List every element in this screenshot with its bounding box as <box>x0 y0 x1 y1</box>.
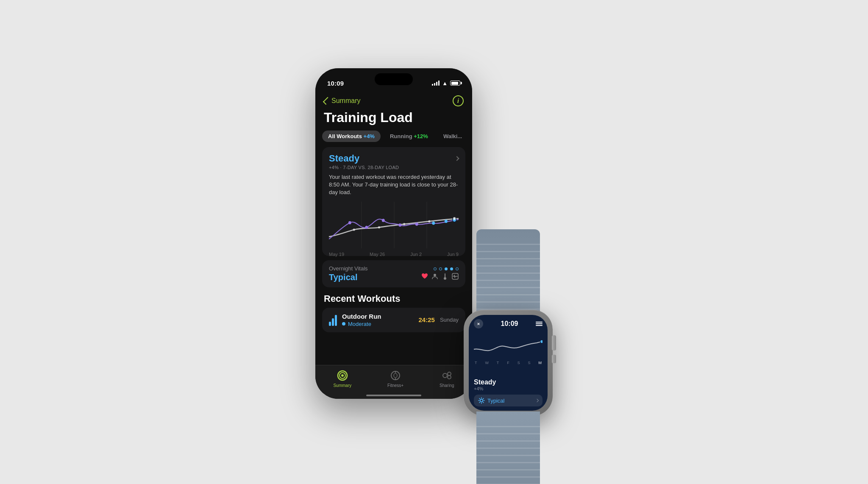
svg-point-9 <box>378 226 380 228</box>
vitals-card[interactable]: Overnight Vitals Typical <box>322 260 465 287</box>
svg-point-26 <box>443 373 447 378</box>
workout-intensity-icon <box>329 314 337 326</box>
fitness-icon <box>389 370 401 381</box>
tab-running[interactable]: Running +12% <box>384 131 434 142</box>
vitals-dot-1 <box>434 267 437 270</box>
tab-bar: Summary Fitness+ <box>315 365 472 399</box>
watch-chart: T W T F S S M <box>474 330 542 376</box>
steady-description: Your last rated workout was recorded yes… <box>329 173 459 197</box>
chart-dates: May 19 May 26 Jun 2 Jun 9 <box>329 250 459 257</box>
vitals-indicators <box>421 267 459 280</box>
vitals-value: Typical <box>329 273 368 282</box>
workout-info: Outdoor Run Moderate <box>342 313 414 327</box>
svg-point-22 <box>341 374 344 377</box>
back-button[interactable]: Summary <box>324 97 360 105</box>
watch-content: × 10:09 <box>469 315 548 411</box>
tab-sharing-label: Sharing <box>440 383 454 388</box>
info-icon: i <box>457 97 459 104</box>
svg-point-2 <box>382 219 385 222</box>
watch-chevron-icon <box>535 399 539 402</box>
watch-close-button[interactable]: × <box>474 319 483 328</box>
watch-band-top <box>476 229 540 314</box>
svg-point-6 <box>445 220 448 223</box>
sharing-icon <box>441 370 453 381</box>
svg-point-12 <box>453 217 456 220</box>
workout-meta: Moderate <box>342 321 414 327</box>
tab-walking[interactable]: Walki... <box>437 131 468 142</box>
svg-point-10 <box>403 223 405 225</box>
chart-date-3: Jun 2 <box>410 252 422 257</box>
svg-point-18 <box>444 277 446 280</box>
watch-body: × 10:09 <box>464 310 553 416</box>
apple-watch: × 10:09 <box>464 310 553 416</box>
tab-sharing[interactable]: Sharing <box>440 370 454 388</box>
wave-icon <box>452 273 459 280</box>
svg-point-5 <box>432 221 435 225</box>
svg-rect-17 <box>445 273 445 278</box>
watch-typical-label: Typical <box>487 398 504 404</box>
svg-point-27 <box>448 372 451 376</box>
page-title: Training Load <box>315 108 472 131</box>
filter-tabs: All Workouts +4% Running +12% Walki... <box>315 131 472 147</box>
tab-running-label: Running <box>390 133 414 139</box>
tab-fitness[interactable]: Fitness+ <box>387 370 403 388</box>
workout-dot <box>342 322 345 325</box>
vitals-dot-4 <box>450 267 453 270</box>
thermometer-icon <box>442 273 448 280</box>
workout-time: 24:25 <box>419 316 435 324</box>
chart-date-1: May 19 <box>329 252 344 257</box>
watch-menu-icon[interactable] <box>536 322 542 326</box>
iphone: 10:09 ▲ Summary <box>315 68 472 399</box>
vitals-dots <box>434 267 459 270</box>
tab-summary[interactable]: Summary <box>333 370 351 388</box>
status-icons: ▲ <box>432 80 460 86</box>
svg-point-0 <box>348 221 351 224</box>
watch-pct-label: +4% <box>474 386 542 391</box>
workout-intensity: Moderate <box>348 321 371 327</box>
back-nav: Summary i <box>315 92 472 108</box>
svg-point-1 <box>365 225 368 229</box>
watch-side-button[interactable] <box>552 355 556 363</box>
svg-point-8 <box>353 228 355 231</box>
workout-card[interactable]: Outdoor Run Moderate 24:25 Sunday <box>322 308 465 332</box>
iphone-screen: 10:09 ▲ Summary <box>315 68 472 399</box>
iphone-time: 10:09 <box>327 80 344 87</box>
chart-date-4: Jun 9 <box>447 252 459 257</box>
recent-workouts-title: Recent Workouts <box>315 292 472 308</box>
watch-day-t2: T <box>497 361 499 365</box>
vitals-dot-3 <box>445 267 448 270</box>
steady-subtitle: +4% · 7-DAY VS. 28-DAY LOAD <box>329 165 459 170</box>
watch-digital-crown[interactable] <box>552 335 556 350</box>
svg-point-30 <box>480 399 483 402</box>
watch-typical-row[interactable]: Typical <box>474 395 542 406</box>
iphone-content: Summary i Training Load All Workouts +4%… <box>315 92 472 399</box>
watch-steady-label: Steady <box>474 378 542 386</box>
workout-day: Sunday <box>440 317 459 323</box>
person-icon <box>431 273 438 280</box>
watch-status: Steady +4% Typical <box>474 378 542 406</box>
svg-point-16 <box>434 274 436 276</box>
tab-all-workouts[interactable]: All Workouts +4% <box>322 131 381 142</box>
steady-card: Steady +4% · 7-DAY VS. 28-DAY LOAD Your … <box>322 147 465 256</box>
watch-day-t1: T <box>475 361 477 365</box>
watch-days: T W T F S S M <box>474 361 542 365</box>
chevron-right-icon <box>454 156 459 161</box>
watch-screen: × 10:09 <box>469 315 548 411</box>
vitals-icon-row <box>421 273 459 280</box>
chart-svg <box>329 202 459 248</box>
svg-point-28 <box>448 376 451 379</box>
tab-all-pct: +4% <box>364 133 375 139</box>
dynamic-island <box>375 73 413 85</box>
watch-day-f: F <box>507 361 509 365</box>
watch-time: 10:09 <box>501 320 518 328</box>
watch-gear-icon <box>478 397 485 404</box>
tab-all-label: All Workouts <box>328 133 364 139</box>
svg-point-3 <box>398 223 401 227</box>
vitals-dot-2 <box>439 267 442 270</box>
steady-header: Steady <box>329 153 459 164</box>
tab-fitness-label: Fitness+ <box>387 383 403 388</box>
info-button[interactable]: i <box>453 95 464 106</box>
chart-date-2: May 26 <box>370 252 385 257</box>
training-load-chart: May 19 May 26 Jun 2 Jun 9 <box>329 202 459 248</box>
back-label: Summary <box>331 97 360 105</box>
